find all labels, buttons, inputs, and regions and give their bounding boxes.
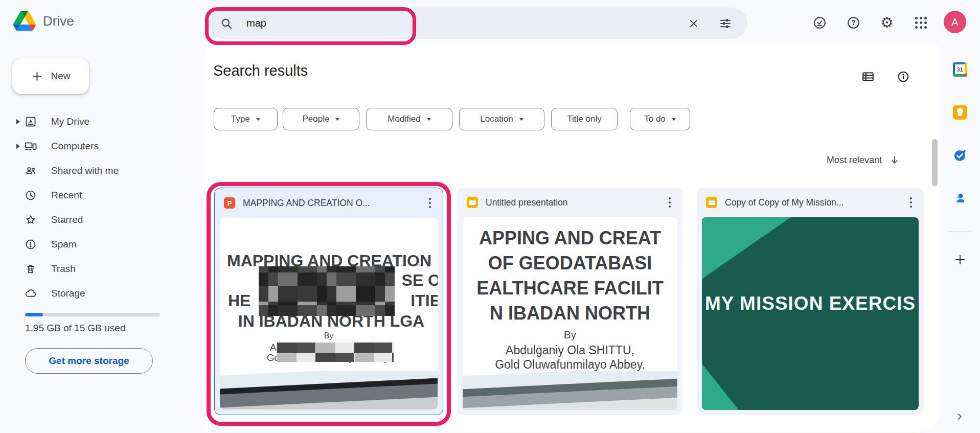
- list-view-icon: [861, 70, 875, 83]
- new-button[interactable]: New: [12, 58, 89, 94]
- slide-footer-graphic: [220, 371, 438, 409]
- file-card-header: P MAPPING AND CREATION O...: [215, 188, 443, 218]
- shared-with-me-icon: [25, 165, 37, 177]
- file-thumbnail: MY MISSION EXERCIS: [702, 217, 919, 410]
- new-button-label: New: [51, 71, 70, 82]
- chevron-down-icon: [335, 118, 339, 121]
- search-bar[interactable]: map: [209, 8, 747, 39]
- computers-icon: [25, 140, 37, 152]
- add-side-panel-app-button[interactable]: [953, 253, 967, 266]
- file-thumbnail: MAPPING AND CREATION SE O HEITIE IN IBAD…: [220, 218, 438, 409]
- sidebar-item-shared-with-me[interactable]: Shared with me: [0, 158, 189, 183]
- storage-cloud-icon: [25, 287, 37, 300]
- slide-author-line: Abdulganiy Ola SHITTU,: [463, 344, 677, 357]
- check-circle-icon: [812, 15, 827, 30]
- filter-chip-location[interactable]: Location: [459, 108, 544, 130]
- slides-file-icon: [706, 197, 717, 208]
- help-icon: ?: [846, 15, 861, 30]
- storage-progress-fill: [25, 313, 43, 316]
- slide-title-line: MY MISSION EXERCIS: [705, 293, 919, 314]
- list-view-toggle-button[interactable]: [860, 69, 876, 84]
- chevron-down-icon: [427, 118, 431, 121]
- chevron-down-icon: [256, 118, 260, 121]
- calendar-icon[interactable]: 31: [953, 62, 967, 77]
- filter-chip-modified[interactable]: Modified: [366, 108, 452, 130]
- scrollbar[interactable]: [932, 139, 938, 186]
- file-title: Untitled presentation: [486, 197, 654, 208]
- storage-usage-text: 1.95 GB of 15 GB used: [25, 323, 125, 334]
- arrow-down-icon: [889, 154, 900, 166]
- contacts-icon[interactable]: [953, 191, 967, 205]
- sidebar-item-spam[interactable]: Spam: [0, 232, 189, 257]
- file-card-header: Untitled presentation: [458, 188, 682, 217]
- sidebar-item-my-drive[interactable]: My Drive: [0, 109, 189, 134]
- get-more-storage-button[interactable]: Get more storage: [25, 348, 153, 374]
- info-icon: [897, 70, 910, 83]
- sort-selector[interactable]: Most relevant: [827, 154, 900, 166]
- details-info-button[interactable]: [896, 69, 911, 84]
- plus-icon: [31, 70, 43, 83]
- storage-progress-bar: [25, 313, 160, 316]
- file-title: MAPPING AND CREATION O...: [243, 198, 415, 209]
- slide-title-line: APPING AND CREAT: [463, 227, 677, 249]
- app-title: Drive: [43, 13, 74, 29]
- sidebar-item-recent[interactable]: Recent: [0, 183, 189, 208]
- slide-title-line: OF GEODATABASI: [463, 253, 677, 274]
- redaction-pixelation: [277, 343, 394, 362]
- slide-author-line: Gold Oluwafunmilayo Abbey.: [463, 358, 677, 372]
- account-avatar[interactable]: A: [944, 11, 966, 33]
- slides-file-icon: [467, 197, 478, 208]
- keep-icon[interactable]: [953, 105, 967, 120]
- show-side-panel-button[interactable]: [953, 410, 966, 423]
- sidebar-item-computers[interactable]: Computers: [0, 134, 189, 158]
- filter-chip-type[interactable]: Type: [214, 108, 278, 130]
- settings-button[interactable]: ⚙: [879, 15, 895, 30]
- more-options-button[interactable]: [903, 194, 919, 211]
- expand-arrow-icon[interactable]: [16, 119, 20, 124]
- page-title: Search results: [213, 62, 308, 79]
- slide-by-line: By: [220, 331, 438, 340]
- slide-title-line: EALTHCARE FACILIT: [463, 278, 677, 299]
- search-options-button[interactable]: [717, 15, 734, 32]
- topbar-actions: ? ⚙: [812, 15, 928, 30]
- file-card-untitled-presentation[interactable]: Untitled presentation APPING AND CREAT O…: [458, 188, 682, 415]
- powerpoint-file-icon: P: [224, 197, 235, 209]
- my-drive-icon: [25, 116, 37, 128]
- google-apps-button[interactable]: [913, 15, 928, 30]
- expand-arrow-icon[interactable]: [16, 144, 20, 149]
- clear-search-button[interactable]: [685, 15, 702, 32]
- sidebar-item-starred[interactable]: Starred: [0, 208, 189, 232]
- offline-status-button[interactable]: [812, 15, 827, 30]
- search-input[interactable]: map: [246, 17, 685, 29]
- drive-logo[interactable]: Drive: [13, 11, 74, 31]
- main-content-panel: Search results Type People Modified Loca…: [204, 43, 940, 432]
- search-icon: [220, 17, 233, 30]
- filter-chip-to-do[interactable]: To do: [630, 108, 690, 130]
- starred-icon: [25, 214, 37, 226]
- recent-icon: [25, 189, 37, 201]
- file-card-header: Copy of Copy of My Mission...: [697, 188, 924, 217]
- sidebar-item-trash[interactable]: Trash: [0, 257, 189, 281]
- close-icon: [688, 17, 700, 30]
- file-card-my-mission[interactable]: Copy of Copy of My Mission... MY MISSION…: [697, 188, 924, 415]
- slide-footer-graphic: [463, 371, 677, 410]
- more-options-button[interactable]: [422, 194, 438, 212]
- more-options-button[interactable]: [662, 194, 677, 211]
- rail-divider: [949, 231, 970, 232]
- slide-title-line: N IBADAN NORTH: [463, 303, 677, 324]
- redaction-pixelation: [259, 266, 395, 316]
- chevron-down-icon: [519, 118, 523, 121]
- tune-icon: [719, 17, 732, 30]
- help-button[interactable]: ?: [846, 15, 861, 30]
- spam-icon: [25, 238, 37, 250]
- filter-chip-title-only[interactable]: Title only: [551, 108, 618, 130]
- tasks-icon[interactable]: [953, 148, 967, 163]
- sidebar-item-storage[interactable]: Storage: [0, 281, 189, 306]
- file-card-mapping-presentation[interactable]: P MAPPING AND CREATION O... MAPPING AND …: [214, 188, 443, 415]
- file-title: Copy of Copy of My Mission...: [725, 197, 896, 208]
- svg-text:?: ?: [851, 18, 855, 27]
- filter-chip-people[interactable]: People: [283, 108, 359, 130]
- apps-grid-icon: [915, 17, 927, 29]
- chevron-right-icon: [955, 412, 964, 421]
- trash-icon: [25, 263, 37, 275]
